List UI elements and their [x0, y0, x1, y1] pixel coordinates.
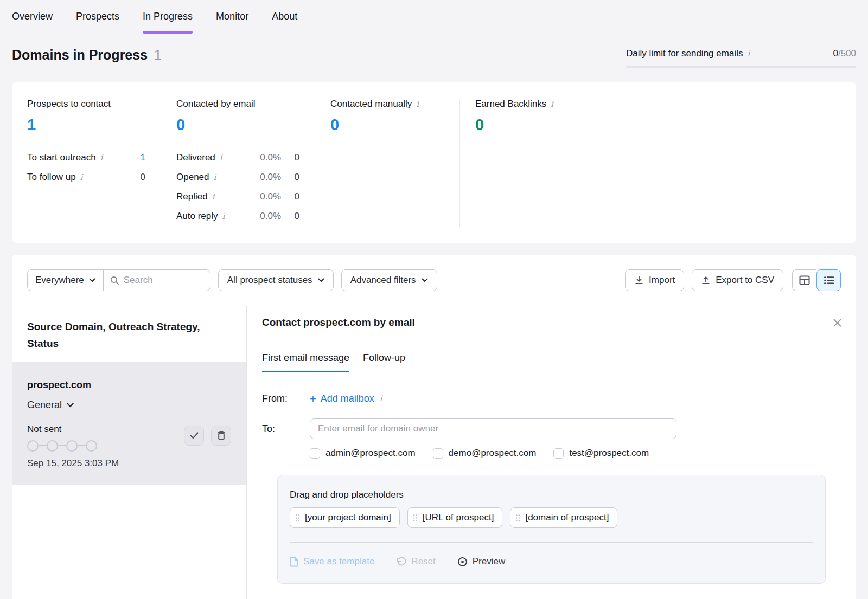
tab-in-progress[interactable]: In Progress: [143, 0, 193, 33]
page-title-count: 1: [154, 47, 162, 62]
page-head: Domains in Progress1 Daily limit for sen…: [0, 33, 868, 68]
editor-toolbar: Save as template Reset Pre: [290, 556, 813, 567]
drag-handle-icon: [515, 514, 520, 522]
drag-handle-icon: [413, 514, 418, 522]
stat-value: 0: [330, 116, 444, 134]
tab-about[interactable]: About: [272, 0, 297, 33]
drag-handle-icon: [295, 514, 300, 522]
step-connector: [58, 445, 66, 446]
domain-row-prospect[interactable]: prospect.com General Not sent Sep 15, 20…: [12, 362, 246, 485]
daily-limit-label: Daily limit for sending emails i: [626, 48, 750, 59]
preview-button[interactable]: Preview: [457, 556, 505, 567]
info-icon[interactable]: i: [379, 395, 383, 403]
tab-prospects[interactable]: Prospects: [76, 0, 119, 33]
filter-bar: Everywhere All prospect statuses Advance…: [12, 255, 856, 306]
mark-done-button[interactable]: [184, 426, 204, 446]
stat-title: Contacted manually i: [330, 99, 444, 110]
detail-title: Contact prospect.com by email: [262, 317, 415, 329]
chevron-down-icon: [318, 278, 324, 282]
daily-limit-progressbar: [626, 66, 856, 68]
stat-row-auto-reply: Auto replyi 0.0% 0: [176, 211, 299, 222]
table-view-icon: [799, 275, 810, 285]
domain-list-pane: Source Domain, Outreach Strategy, Status…: [12, 306, 247, 599]
info-icon[interactable]: i: [100, 154, 104, 162]
table-view-button[interactable]: [792, 269, 816, 291]
search-icon: [110, 276, 119, 285]
chevron-down-icon: [89, 278, 95, 282]
top-nav: Overview Prospects In Progress Monitor A…: [0, 0, 868, 33]
suggested-email-demo[interactable]: demo@prospect.com: [433, 448, 537, 459]
add-mailbox-link[interactable]: + Add mailbox: [310, 393, 374, 404]
tab-overview[interactable]: Overview: [12, 0, 53, 33]
search-input[interactable]: [124, 275, 194, 286]
stat-title: Prospects to contact: [27, 99, 145, 110]
suggested-email-admin[interactable]: admin@prospect.com: [310, 448, 416, 459]
advanced-filters-dropdown[interactable]: Advanced filters: [341, 269, 437, 291]
undo-icon: [396, 557, 406, 566]
check-icon: [189, 431, 199, 440]
view-toggle: [792, 269, 841, 291]
step-connector: [78, 445, 86, 446]
list-view-icon: [824, 275, 834, 285]
info-icon[interactable]: i: [222, 212, 226, 221]
divider: [290, 542, 813, 543]
info-icon[interactable]: i: [213, 173, 217, 182]
import-button[interactable]: Import: [625, 269, 684, 291]
suggested-email-test[interactable]: test@prospect.com: [553, 448, 649, 459]
email-form: From: + Add mailbox i To: admin@prospect…: [247, 372, 856, 584]
info-icon[interactable]: i: [746, 50, 750, 58]
info-icon[interactable]: i: [416, 100, 419, 108]
stat-contacted-by-email: Contacted by email 0 Deliveredi 0.0% 0 O…: [161, 99, 315, 227]
search-scope-dropdown[interactable]: Everywhere: [28, 270, 103, 291]
chip-your-project-domain[interactable]: [your project domain]: [290, 507, 400, 528]
info-icon[interactable]: i: [219, 154, 223, 162]
checkbox[interactable]: [310, 448, 320, 459]
save-as-template-button[interactable]: Save as template: [290, 556, 374, 567]
info-icon[interactable]: i: [212, 193, 215, 201]
stat-row-value: 0: [127, 172, 145, 183]
stat-row-opened: Openedi 0.0% 0: [176, 172, 299, 183]
prospect-status-dropdown[interactable]: All prospect statuses: [218, 269, 334, 291]
placeholder-chips: [your project domain] [URL of prospect]: [290, 507, 813, 528]
eye-icon: [457, 557, 468, 567]
list-view-button[interactable]: [816, 269, 841, 291]
content-split: Source Domain, Outreach Strategy, Status…: [12, 306, 856, 599]
placeholders-label: Drag and drop placeholders: [290, 489, 813, 500]
chip-domain-of-prospect[interactable]: [domain of prospect]: [510, 507, 617, 528]
chip-url-of-prospect[interactable]: [URL of prospect]: [407, 507, 503, 528]
step-dot: [86, 440, 97, 452]
info-icon[interactable]: i: [550, 100, 554, 108]
stats-card: Prospects to contact 1 To start outreach…: [12, 82, 856, 243]
export-icon: [701, 275, 711, 285]
email-detail-pane: Contact prospect.com by email First emai…: [247, 306, 856, 599]
stat-value: 0: [475, 116, 841, 134]
stat-contacted-manually: Contacted manually i 0: [315, 99, 459, 227]
from-label: From:: [262, 393, 310, 404]
page-title: Domains in Progress1: [12, 47, 162, 63]
checkbox[interactable]: [553, 448, 564, 459]
step-dot: [27, 440, 39, 452]
delete-button[interactable]: [211, 426, 231, 446]
to-email-input[interactable]: [310, 418, 676, 439]
info-icon[interactable]: i: [80, 173, 84, 182]
reset-button[interactable]: Reset: [396, 556, 435, 567]
stat-value: 0: [176, 116, 299, 134]
strategy-dropdown[interactable]: General: [27, 400, 74, 411]
tab-monitor[interactable]: Monitor: [216, 0, 248, 33]
tab-follow-up[interactable]: Follow-up: [363, 352, 405, 372]
stat-title: Earned Backlinks i: [475, 99, 841, 110]
checkbox[interactable]: [433, 448, 443, 459]
list-column-header: Source Domain, Outreach Strategy, Status: [12, 306, 246, 362]
row-timestamp: Sep 15, 2025 3:03 PM: [27, 458, 231, 469]
email-tabs: First email message Follow-up: [247, 339, 856, 372]
domain-name: prospect.com: [27, 379, 231, 391]
to-row: To:: [262, 418, 841, 439]
export-to-csv-button[interactable]: Export to CSV: [692, 269, 783, 291]
tab-first-email-message[interactable]: First email message: [262, 352, 349, 372]
stat-title: Contacted by email: [176, 99, 299, 110]
search-combo: Everywhere: [27, 269, 210, 291]
stat-row-value[interactable]: 1: [127, 152, 145, 163]
page-title-text: Domains in Progress: [12, 47, 148, 62]
close-icon[interactable]: [833, 318, 842, 327]
placeholders-box: Drag and drop placeholders [your project…: [277, 475, 826, 584]
